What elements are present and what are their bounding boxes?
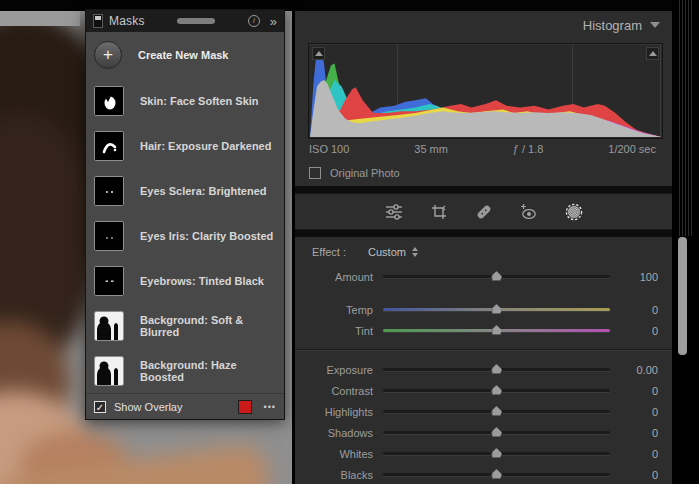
develop-right-panel: Histogram ISO 100 35 mm ƒ / 1.8 1/200 se… bbox=[295, 11, 672, 484]
slider-thumb[interactable] bbox=[491, 325, 502, 335]
masks-panel-header[interactable]: Masks i » bbox=[86, 10, 284, 32]
slider-thumb[interactable] bbox=[491, 304, 502, 314]
mask-thumbnail-hair[interactable] bbox=[94, 131, 124, 161]
amount-slider[interactable]: Amount 100 bbox=[295, 266, 672, 287]
collapse-panel-icon[interactable]: » bbox=[270, 15, 277, 28]
crop-icon[interactable] bbox=[429, 202, 449, 222]
mask-thumbnail-silhouette[interactable] bbox=[94, 311, 124, 341]
slider-value: 0 bbox=[620, 385, 658, 397]
slider-track[interactable] bbox=[383, 389, 610, 392]
slider-track[interactable] bbox=[383, 410, 610, 413]
slider-thumb[interactable] bbox=[491, 385, 502, 395]
slider-value: 0 bbox=[620, 427, 658, 439]
slider-track[interactable] bbox=[383, 368, 610, 371]
healing-brush-icon[interactable] bbox=[474, 202, 494, 222]
slider-track[interactable] bbox=[383, 473, 610, 476]
slider-value: 0 bbox=[620, 448, 658, 460]
mask-item-label: Eyebrows: Tinted Black bbox=[140, 275, 264, 287]
shadows-slider[interactable]: Shadows 0 bbox=[295, 422, 672, 443]
contrast-slider[interactable]: Contrast 0 bbox=[295, 380, 672, 401]
mask-item-background-soft[interactable]: Background: Soft & Blurred bbox=[86, 303, 284, 348]
whites-slider[interactable]: Whites 0 bbox=[295, 443, 672, 464]
create-new-mask-label: Create New Mask bbox=[138, 49, 229, 61]
shutter-speed-value: 1/200 sec bbox=[608, 143, 656, 155]
slider-thumb[interactable] bbox=[491, 469, 502, 479]
mask-item-eyes-sclera[interactable]: Eyes Sclera: Brightened bbox=[86, 168, 284, 213]
red-eye-icon[interactable] bbox=[519, 202, 539, 222]
slider-thumb[interactable] bbox=[491, 448, 502, 458]
temp-slider[interactable]: Temp 0 bbox=[295, 299, 672, 320]
histogram-graph[interactable] bbox=[310, 45, 661, 137]
mask-item-label: Background: Soft & Blurred bbox=[140, 314, 276, 338]
scrollbar-thumb[interactable] bbox=[678, 237, 687, 355]
mask-thumbnail-eyes[interactable] bbox=[94, 221, 124, 251]
slider-label: Highlights bbox=[307, 406, 373, 418]
highlights-slider[interactable]: Highlights 0 bbox=[295, 401, 672, 422]
panel-gutter bbox=[672, 0, 699, 484]
basic-adjust-icon[interactable] bbox=[384, 202, 404, 222]
effect-row: Effect : Custom bbox=[295, 237, 672, 266]
exposure-slider[interactable]: Exposure 0.00 bbox=[295, 359, 672, 380]
chevron-down-icon[interactable] bbox=[650, 22, 660, 28]
group-divider bbox=[295, 349, 672, 351]
blacks-slider[interactable]: Blacks 0 bbox=[295, 464, 672, 484]
slider-track[interactable] bbox=[383, 275, 610, 278]
mask-item-eyebrows[interactable]: Eyebrows: Tinted Black bbox=[86, 258, 284, 303]
info-icon[interactable]: i bbox=[248, 15, 260, 27]
mask-thumbnail-eyes[interactable] bbox=[94, 176, 124, 206]
mask-item-label: Hair: Exposure Darkened bbox=[140, 140, 271, 152]
mask-thumbnail-eyebrows[interactable] bbox=[94, 266, 124, 296]
mask-thumbnail-face[interactable] bbox=[94, 86, 124, 116]
slider-track[interactable] bbox=[383, 308, 610, 311]
effect-dropdown[interactable]: Custom bbox=[368, 246, 418, 258]
slider-label: Exposure bbox=[307, 364, 373, 376]
slider-thumb[interactable] bbox=[491, 271, 502, 281]
masking-icon-active[interactable] bbox=[564, 202, 584, 222]
show-overlay-checkbox[interactable]: ✓ bbox=[94, 401, 106, 413]
slider-track[interactable] bbox=[383, 329, 610, 332]
section-divider bbox=[295, 230, 672, 237]
more-options-icon[interactable]: ••• bbox=[264, 402, 276, 412]
slider-label: Shadows bbox=[307, 427, 373, 439]
slider-value: 0 bbox=[620, 325, 658, 337]
slider-label: Temp bbox=[307, 304, 373, 316]
effect-dropdown-value: Custom bbox=[368, 246, 406, 258]
drag-handle[interactable] bbox=[177, 18, 215, 24]
panel-edge-ridges bbox=[677, 0, 692, 236]
slider-label: Amount bbox=[307, 271, 373, 283]
mask-item-label: Eyes Iris: Clarity Boosted bbox=[140, 230, 273, 242]
original-photo-checkbox[interactable] bbox=[309, 167, 321, 179]
mask-item-label: Background: Haze Boosted bbox=[140, 359, 276, 383]
effect-label: Effect : bbox=[312, 246, 346, 258]
mask-item-hair[interactable]: Hair: Exposure Darkened bbox=[86, 123, 284, 168]
slider-label: Tint bbox=[307, 325, 373, 337]
slider-track[interactable] bbox=[383, 452, 610, 455]
overlay-color-swatch[interactable] bbox=[238, 400, 252, 414]
slider-thumb[interactable] bbox=[491, 427, 502, 437]
masks-panel: Masks i » + Create New Mask Skin: Face S… bbox=[85, 9, 285, 420]
mask-item-skin[interactable]: Skin: Face Soften Skin bbox=[86, 78, 284, 123]
mask-thumbnail-silhouette[interactable] bbox=[94, 356, 124, 386]
photo-background-edge bbox=[0, 11, 80, 26]
slider-value: 0.00 bbox=[620, 364, 658, 376]
mask-item-label: Eyes Sclera: Brightened bbox=[140, 185, 267, 197]
slider-track[interactable] bbox=[383, 431, 610, 434]
mask-item-background-haze[interactable]: Background: Haze Boosted bbox=[86, 348, 284, 393]
slider-value: 0 bbox=[620, 469, 658, 481]
histogram-header[interactable]: Histogram bbox=[295, 11, 672, 39]
tool-strip bbox=[295, 193, 672, 230]
mask-item-eyes-iris[interactable]: Eyes Iris: Clarity Boosted bbox=[86, 213, 284, 258]
create-new-mask-button[interactable]: + Create New Mask bbox=[86, 32, 284, 78]
highlight-clipping-button[interactable] bbox=[646, 47, 659, 60]
slider-label: Whites bbox=[307, 448, 373, 460]
slider-thumb[interactable] bbox=[491, 364, 502, 374]
slider-thumb[interactable] bbox=[491, 406, 502, 416]
exif-metadata-row: ISO 100 35 mm ƒ / 1.8 1/200 sec bbox=[295, 139, 672, 159]
iso-value: ISO 100 bbox=[309, 143, 349, 155]
shadow-clipping-button[interactable] bbox=[312, 47, 325, 60]
show-overlay-label: Show Overlay bbox=[114, 401, 230, 413]
tint-slider[interactable]: Tint 0 bbox=[295, 320, 672, 341]
mask-item-label: Skin: Face Soften Skin bbox=[140, 95, 259, 107]
plus-icon[interactable]: + bbox=[94, 41, 122, 69]
aperture-value: ƒ / 1.8 bbox=[513, 143, 544, 155]
